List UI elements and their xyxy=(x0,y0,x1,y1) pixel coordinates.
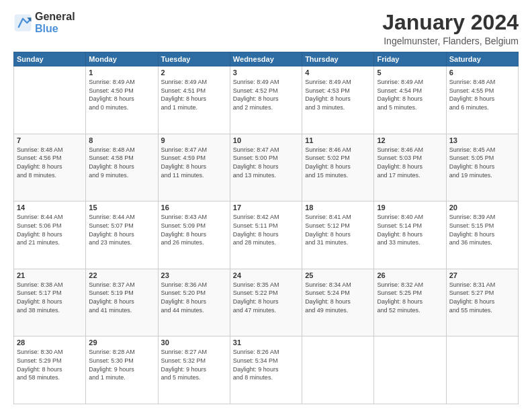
day-info: Sunrise: 8:38 AM Sunset: 5:17 PM Dayligh… xyxy=(17,281,83,314)
calendar-cell: 25Sunrise: 8:34 AM Sunset: 5:24 PM Dayli… xyxy=(302,269,374,336)
day-info: Sunrise: 8:39 AM Sunset: 5:15 PM Dayligh… xyxy=(449,213,515,246)
calendar-week-3: 14Sunrise: 8:44 AM Sunset: 5:06 PM Dayli… xyxy=(14,201,519,269)
calendar-cell: 29Sunrise: 8:28 AM Sunset: 5:30 PM Dayli… xyxy=(86,336,158,404)
day-number: 29 xyxy=(89,338,154,347)
day-number: 14 xyxy=(17,203,83,212)
calendar-cell xyxy=(374,336,446,404)
calendar-cell: 17Sunrise: 8:42 AM Sunset: 5:11 PM Dayli… xyxy=(230,201,302,269)
day-info: Sunrise: 8:49 AM Sunset: 4:54 PM Dayligh… xyxy=(377,78,443,111)
day-info: Sunrise: 8:26 AM Sunset: 5:34 PM Dayligh… xyxy=(233,348,299,381)
day-info: Sunrise: 8:46 AM Sunset: 5:03 PM Dayligh… xyxy=(377,146,443,179)
day-info: Sunrise: 8:28 AM Sunset: 5:30 PM Dayligh… xyxy=(89,348,154,381)
day-number: 25 xyxy=(305,271,371,279)
day-info: Sunrise: 8:32 AM Sunset: 5:25 PM Dayligh… xyxy=(377,281,443,314)
calendar-cell: 28Sunrise: 8:30 AM Sunset: 5:29 PM Dayli… xyxy=(14,336,86,404)
day-info: Sunrise: 8:49 AM Sunset: 4:50 PM Dayligh… xyxy=(89,78,154,111)
day-info: Sunrise: 8:43 AM Sunset: 5:09 PM Dayligh… xyxy=(161,213,227,246)
calendar-cell: 4Sunrise: 8:49 AM Sunset: 4:53 PM Daylig… xyxy=(302,66,374,134)
day-info: Sunrise: 8:47 AM Sunset: 5:00 PM Dayligh… xyxy=(233,146,299,179)
calendar-cell: 1Sunrise: 8:49 AM Sunset: 4:50 PM Daylig… xyxy=(86,66,158,134)
day-number: 10 xyxy=(233,136,299,144)
day-info: Sunrise: 8:49 AM Sunset: 4:52 PM Dayligh… xyxy=(233,78,299,111)
calendar-cell: 8Sunrise: 8:48 AM Sunset: 4:58 PM Daylig… xyxy=(86,134,158,201)
calendar-header-thursday: Thursday xyxy=(302,52,374,66)
calendar-week-2: 7Sunrise: 8:48 AM Sunset: 4:56 PM Daylig… xyxy=(14,134,519,201)
calendar-header-tuesday: Tuesday xyxy=(158,52,230,66)
calendar-cell: 6Sunrise: 8:48 AM Sunset: 4:55 PM Daylig… xyxy=(446,66,518,134)
calendar-cell xyxy=(14,66,86,134)
day-info: Sunrise: 8:48 AM Sunset: 4:55 PM Dayligh… xyxy=(449,78,515,111)
day-number: 21 xyxy=(17,271,83,279)
calendar-cell: 3Sunrise: 8:49 AM Sunset: 4:52 PM Daylig… xyxy=(230,66,302,134)
calendar-cell: 16Sunrise: 8:43 AM Sunset: 5:09 PM Dayli… xyxy=(158,201,230,269)
day-number: 4 xyxy=(305,68,371,77)
day-info: Sunrise: 8:27 AM Sunset: 5:32 PM Dayligh… xyxy=(161,348,227,381)
logo-text: General Blue xyxy=(35,11,75,36)
calendar-cell: 15Sunrise: 8:44 AM Sunset: 5:07 PM Dayli… xyxy=(86,201,158,269)
day-info: Sunrise: 8:48 AM Sunset: 4:58 PM Dayligh… xyxy=(89,146,154,179)
day-number: 9 xyxy=(161,136,227,144)
calendar-cell xyxy=(302,336,374,404)
day-number: 23 xyxy=(161,271,227,279)
calendar-cell: 10Sunrise: 8:47 AM Sunset: 5:00 PM Dayli… xyxy=(230,134,302,201)
day-number: 16 xyxy=(161,203,227,212)
day-info: Sunrise: 8:47 AM Sunset: 4:59 PM Dayligh… xyxy=(161,146,227,179)
day-number: 20 xyxy=(449,203,515,212)
calendar-cell: 14Sunrise: 8:44 AM Sunset: 5:06 PM Dayli… xyxy=(14,201,86,269)
calendar-cell: 27Sunrise: 8:31 AM Sunset: 5:27 PM Dayli… xyxy=(446,269,518,336)
day-number: 1 xyxy=(89,68,154,77)
day-info: Sunrise: 8:35 AM Sunset: 5:22 PM Dayligh… xyxy=(233,281,299,314)
page: General Blue January 2024 Ingelmunster, … xyxy=(0,0,532,411)
calendar-header-friday: Friday xyxy=(374,52,446,66)
calendar-cell: 23Sunrise: 8:36 AM Sunset: 5:20 PM Dayli… xyxy=(158,269,230,336)
calendar-week-5: 28Sunrise: 8:30 AM Sunset: 5:29 PM Dayli… xyxy=(14,336,519,404)
calendar-cell: 7Sunrise: 8:48 AM Sunset: 4:56 PM Daylig… xyxy=(14,134,86,201)
logo-icon xyxy=(13,13,32,32)
day-number: 28 xyxy=(17,338,83,347)
day-number: 27 xyxy=(449,271,515,279)
calendar-cell: 22Sunrise: 8:37 AM Sunset: 5:19 PM Dayli… xyxy=(86,269,158,336)
title-section: January 2024 Ingelmunster, Flanders, Bel… xyxy=(382,11,519,46)
day-info: Sunrise: 8:31 AM Sunset: 5:27 PM Dayligh… xyxy=(449,281,515,314)
day-info: Sunrise: 8:30 AM Sunset: 5:29 PM Dayligh… xyxy=(17,348,83,381)
day-number: 7 xyxy=(17,136,83,144)
calendar-cell: 24Sunrise: 8:35 AM Sunset: 5:22 PM Dayli… xyxy=(230,269,302,336)
day-info: Sunrise: 8:37 AM Sunset: 5:19 PM Dayligh… xyxy=(89,281,154,314)
day-info: Sunrise: 8:49 AM Sunset: 4:53 PM Dayligh… xyxy=(305,78,371,111)
calendar-week-4: 21Sunrise: 8:38 AM Sunset: 5:17 PM Dayli… xyxy=(14,269,519,336)
calendar-header-wednesday: Wednesday xyxy=(230,52,302,66)
page-subtitle: Ingelmunster, Flanders, Belgium xyxy=(382,36,519,46)
day-number: 3 xyxy=(233,68,299,77)
day-number: 6 xyxy=(449,68,515,77)
calendar-cell: 12Sunrise: 8:46 AM Sunset: 5:03 PM Dayli… xyxy=(374,134,446,201)
logo: General Blue xyxy=(13,11,75,36)
calendar-cell: 2Sunrise: 8:49 AM Sunset: 4:51 PM Daylig… xyxy=(158,66,230,134)
calendar-table: SundayMondayTuesdayWednesdayThursdayFrid… xyxy=(13,52,519,404)
day-info: Sunrise: 8:44 AM Sunset: 5:07 PM Dayligh… xyxy=(89,213,154,246)
day-number: 12 xyxy=(377,136,443,144)
calendar-cell: 18Sunrise: 8:41 AM Sunset: 5:12 PM Dayli… xyxy=(302,201,374,269)
calendar-header-monday: Monday xyxy=(86,52,158,66)
day-number: 13 xyxy=(449,136,515,144)
calendar-cell: 30Sunrise: 8:27 AM Sunset: 5:32 PM Dayli… xyxy=(158,336,230,404)
calendar-cell: 21Sunrise: 8:38 AM Sunset: 5:17 PM Dayli… xyxy=(14,269,86,336)
day-info: Sunrise: 8:44 AM Sunset: 5:06 PM Dayligh… xyxy=(17,213,83,246)
day-number: 18 xyxy=(305,203,371,212)
day-number: 26 xyxy=(377,271,443,279)
calendar-cell: 13Sunrise: 8:45 AM Sunset: 5:05 PM Dayli… xyxy=(446,134,518,201)
day-info: Sunrise: 8:49 AM Sunset: 4:51 PM Dayligh… xyxy=(161,78,227,111)
day-number: 8 xyxy=(89,136,154,144)
day-number: 19 xyxy=(377,203,443,212)
calendar-header-row: SundayMondayTuesdayWednesdayThursdayFrid… xyxy=(14,52,519,66)
svg-rect-0 xyxy=(15,15,32,32)
day-info: Sunrise: 8:34 AM Sunset: 5:24 PM Dayligh… xyxy=(305,281,371,314)
calendar-cell xyxy=(446,336,518,404)
header: General Blue January 2024 Ingelmunster, … xyxy=(13,11,519,46)
day-number: 17 xyxy=(233,203,299,212)
day-info: Sunrise: 8:42 AM Sunset: 5:11 PM Dayligh… xyxy=(233,213,299,246)
calendar-header-sunday: Sunday xyxy=(14,52,86,66)
day-info: Sunrise: 8:48 AM Sunset: 4:56 PM Dayligh… xyxy=(17,146,83,179)
day-info: Sunrise: 8:40 AM Sunset: 5:14 PM Dayligh… xyxy=(377,213,443,246)
day-number: 30 xyxy=(161,338,227,347)
day-info: Sunrise: 8:45 AM Sunset: 5:05 PM Dayligh… xyxy=(449,146,515,179)
